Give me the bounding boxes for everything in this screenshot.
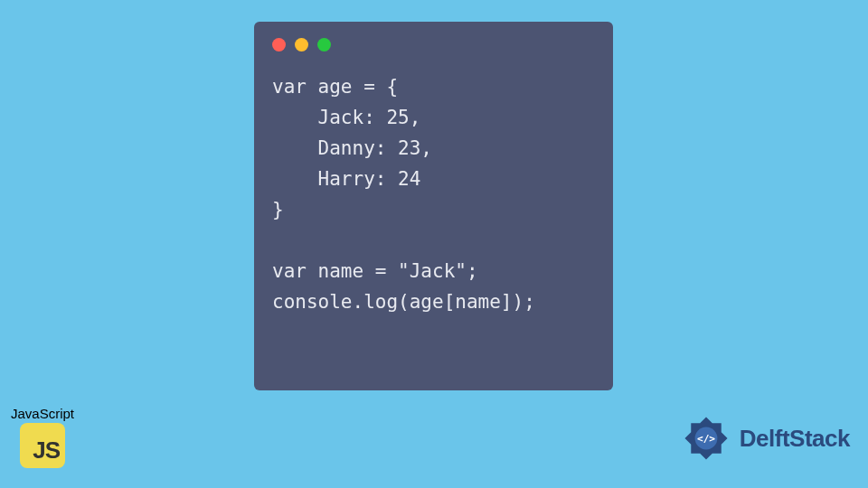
delftstack-badge: </> DelftStack [678, 410, 850, 466]
code-window: var age = { Jack: 25, Danny: 23, Harry: … [254, 22, 613, 390]
javascript-logo-icon: JS [20, 423, 65, 468]
maximize-icon [317, 38, 331, 52]
window-controls [272, 38, 595, 52]
close-icon [272, 38, 286, 52]
javascript-logo-text: JS [33, 436, 60, 465]
javascript-badge: JavaScript JS [11, 406, 74, 468]
javascript-label: JavaScript [11, 406, 74, 421]
minimize-icon [295, 38, 308, 52]
svg-text:</>: </> [697, 433, 715, 445]
delftstack-text: DelftStack [740, 425, 850, 453]
delftstack-logo-icon: </> [678, 410, 734, 466]
code-content: var age = { Jack: 25, Danny: 23, Harry: … [272, 71, 595, 317]
